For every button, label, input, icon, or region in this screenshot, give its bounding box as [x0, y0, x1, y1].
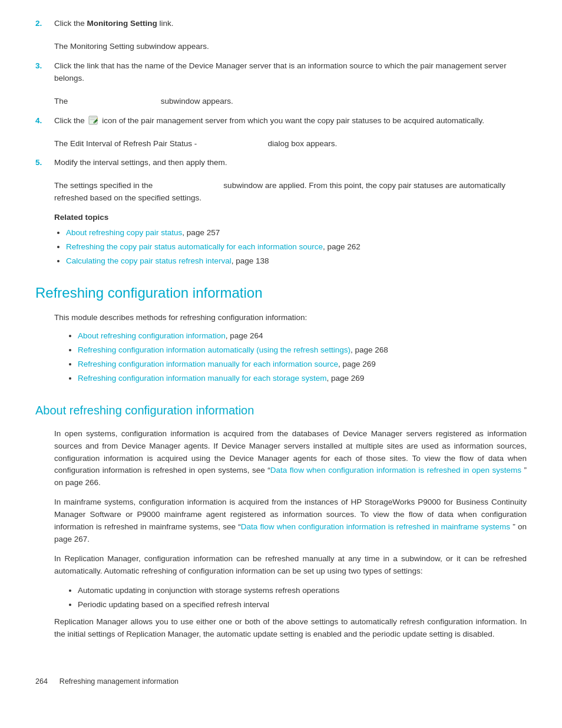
step-3-text: Click the link that has the name of the …: [54, 60, 527, 85]
step-4-subtext: The Edit Interval of Refresh Pair Status…: [54, 138, 527, 150]
step-5-subtext: The settings specified in the subwindow …: [54, 180, 527, 205]
related-topics-block: Related topics About refreshing copy pai…: [54, 212, 527, 268]
section-bullet-suffix-3: , page 269: [338, 360, 376, 368]
paragraph-1: In open systems, configuration informati…: [54, 428, 527, 490]
related-topic-item: About refreshing copy pair status, page …: [66, 227, 527, 239]
edit-icon: [88, 116, 99, 126]
step-5: 5. Modify the interval settings, and the…: [35, 157, 527, 172]
mainframe-systems-link[interactable]: Data flow when configuration information…: [241, 522, 510, 531]
step-4-text: Click the icon of the pair management se…: [54, 115, 527, 127]
section-bullet-link-1[interactable]: About refreshing configuration informati…: [78, 331, 226, 340]
monitoring-setting-bold: Monitoring Setting: [87, 19, 157, 28]
paragraph-3: In Replication Manager, configuration in…: [54, 553, 527, 578]
sub-heading: About refreshing configuration informati…: [35, 401, 527, 420]
footer-text: Refreshing management information: [59, 676, 178, 687]
svg-rect-1: [90, 117, 96, 118]
paragraph-4: Replication Manager allows you to use ei…: [54, 616, 527, 641]
page-number: 264: [35, 676, 48, 687]
section-bullet-suffix-2: , page 268: [351, 345, 388, 354]
step-content-2: Click the Monitoring Setting link.: [54, 18, 527, 32]
section-bullet-item: About refreshing configuration informati…: [78, 330, 527, 342]
step-4: 4. Click the icon of the pair management…: [35, 115, 527, 130]
step-5-text: Modify the interval settings, and then a…: [54, 157, 527, 169]
para3-bullets: Automatic updating in conjunction with s…: [66, 585, 527, 611]
related-topics-label: Related topics: [54, 212, 527, 224]
step-content-4: Click the icon of the pair management se…: [54, 115, 527, 130]
section-bullet-suffix-4: , page 269: [326, 374, 364, 383]
section-bullets: About refreshing configuration informati…: [66, 330, 527, 385]
step-number-5: 5.: [35, 157, 54, 169]
para3-bullet-2: Periodic updating based on a specified r…: [78, 599, 527, 611]
step-content-3: Click the link that has the name of the …: [54, 60, 527, 87]
related-topic-suffix-3: , page 138: [232, 256, 269, 265]
section-bullet-item: Refreshing configuration information aut…: [78, 344, 527, 357]
related-topics-list: About refreshing copy pair status, page …: [54, 227, 527, 268]
step-2-text: Click the Monitoring Setting link.: [54, 18, 527, 30]
related-topic-suffix-2: , page 262: [323, 242, 361, 251]
section-bullet-item: Refreshing configuration information man…: [78, 373, 527, 385]
section-bullet-link-3[interactable]: Refreshing configuration information man…: [78, 360, 338, 368]
section-bullet-link-4[interactable]: Refreshing configuration information man…: [78, 374, 326, 383]
svg-rect-2: [90, 119, 95, 120]
related-topic-link-3[interactable]: Calculating the copy pair status refresh…: [66, 256, 232, 265]
paragraph-2: In mainframe systems, configuration info…: [54, 496, 527, 546]
step-3: 3. Click the link that has the name of t…: [35, 60, 527, 87]
related-topic-item: Refreshing the copy pair status automati…: [66, 241, 527, 253]
related-topic-item: Calculating the copy pair status refresh…: [66, 255, 527, 268]
related-topic-link-2[interactable]: Refreshing the copy pair status automati…: [66, 242, 323, 251]
step-number-2: 2.: [35, 18, 54, 30]
step-number-3: 3.: [35, 60, 54, 73]
para3-bullet-1: Automatic updating in conjunction with s…: [78, 585, 527, 597]
step-2-subtext: The Monitoring Setting subwindow appears…: [54, 41, 527, 53]
open-systems-link[interactable]: Data flow when configuration information…: [270, 466, 521, 475]
related-topic-suffix-1: , page 257: [182, 228, 220, 237]
step-2: 2. Click the Monitoring Setting link.: [35, 18, 527, 32]
section-bullet-suffix-1: , page 264: [226, 331, 263, 340]
page-footer: 264 Refreshing management information: [35, 670, 527, 687]
section-bullet-item: Refreshing configuration information man…: [78, 358, 527, 371]
section-intro: This module describes methods for refres…: [54, 312, 527, 324]
step-number-4: 4.: [35, 115, 54, 127]
section-heading: Refreshing configuration information: [35, 282, 527, 304]
related-topic-link-1[interactable]: About refreshing copy pair status: [66, 228, 182, 237]
section-bullet-link-2[interactable]: Refreshing configuration information aut…: [78, 345, 351, 354]
step-3-subtext: The subwindow appears.: [54, 95, 527, 108]
step-content-5: Modify the interval settings, and then a…: [54, 157, 527, 172]
